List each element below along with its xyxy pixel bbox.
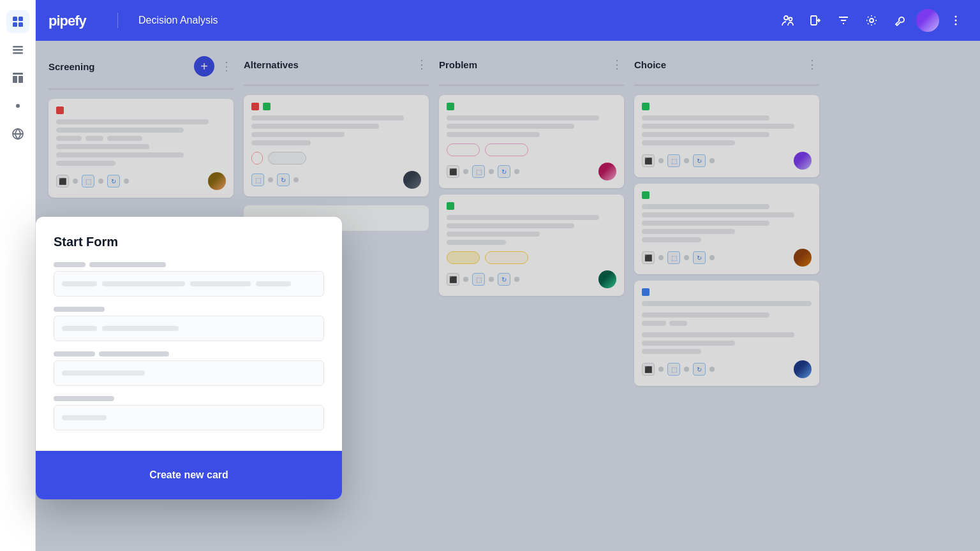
ph4a (62, 415, 107, 420)
label-block-3a (54, 351, 95, 356)
ph2b (102, 326, 179, 331)
label-block-3b (99, 351, 169, 356)
sidebar-icon-table[interactable] (6, 66, 29, 89)
svg-point-14 (789, 18, 792, 21)
ph1c (190, 281, 251, 286)
svg-point-16 (870, 18, 873, 22)
form-input-4[interactable] (54, 405, 324, 430)
svg-rect-0 (13, 17, 17, 21)
sidebar-icon-automation[interactable] (6, 94, 29, 117)
sidebar-icon-list[interactable] (6, 38, 29, 61)
label-block-2 (54, 307, 105, 312)
tools-icon-btn[interactable] (888, 9, 911, 32)
svg-point-13 (784, 16, 788, 20)
svg-rect-6 (13, 52, 23, 54)
login-icon-btn[interactable] (804, 9, 827, 32)
sidebar-icon-grid[interactable] (6, 10, 29, 33)
form-label-3 (54, 351, 324, 356)
user-avatar[interactable] (916, 9, 939, 32)
label-block-4 (54, 396, 114, 401)
create-new-card-button[interactable]: Create new card (54, 461, 324, 489)
svg-rect-4 (13, 46, 23, 48)
form-group-1 (54, 262, 324, 297)
svg-rect-8 (13, 76, 17, 83)
form-label-2 (54, 307, 324, 312)
form-group-4 (54, 396, 324, 430)
filter-icon-btn[interactable] (832, 9, 855, 32)
topbar-logo: pipefy Decision Analysis (48, 11, 218, 29)
logo-divider (117, 13, 118, 28)
modal-title: Start Form (54, 235, 324, 249)
ph1d (256, 281, 291, 286)
svg-rect-15 (811, 16, 817, 25)
svg-rect-3 (19, 22, 23, 27)
ph2a (62, 326, 97, 331)
svg-point-17 (955, 16, 957, 18)
svg-point-18 (955, 20, 957, 22)
topbar-actions (776, 9, 967, 32)
form-label-4 (54, 396, 324, 401)
ph1b (102, 281, 185, 286)
label-block-1b (89, 262, 166, 267)
svg-rect-5 (13, 49, 23, 51)
start-form-modal: Start Form (36, 217, 342, 499)
form-group-3 (54, 351, 324, 386)
svg-rect-9 (19, 76, 23, 83)
page-title: Decision Analysis (138, 15, 218, 26)
more-menu-btn[interactable] (944, 9, 967, 32)
form-input-2[interactable] (54, 316, 324, 341)
form-group-2 (54, 307, 324, 341)
topbar: pipefy Decision Analysis (36, 0, 980, 41)
svg-point-10 (16, 104, 20, 108)
sidebar (0, 0, 36, 551)
svg-rect-7 (13, 73, 23, 75)
svg-text:pipefy: pipefy (48, 13, 87, 29)
modal-footer: Create new card (36, 451, 342, 499)
sidebar-icon-globe[interactable] (6, 122, 29, 145)
settings-icon-btn[interactable] (860, 9, 883, 32)
form-input-1[interactable] (54, 271, 324, 297)
form-input-3[interactable] (54, 360, 324, 386)
form-label-1 (54, 262, 324, 267)
svg-rect-1 (19, 17, 23, 21)
svg-point-19 (955, 24, 957, 26)
ph1a (62, 281, 97, 286)
users-icon-btn[interactable] (776, 9, 799, 32)
label-block-1a (54, 262, 85, 267)
ph3a (62, 371, 145, 376)
modal-body: Start Form (36, 217, 342, 451)
svg-rect-2 (13, 22, 17, 27)
